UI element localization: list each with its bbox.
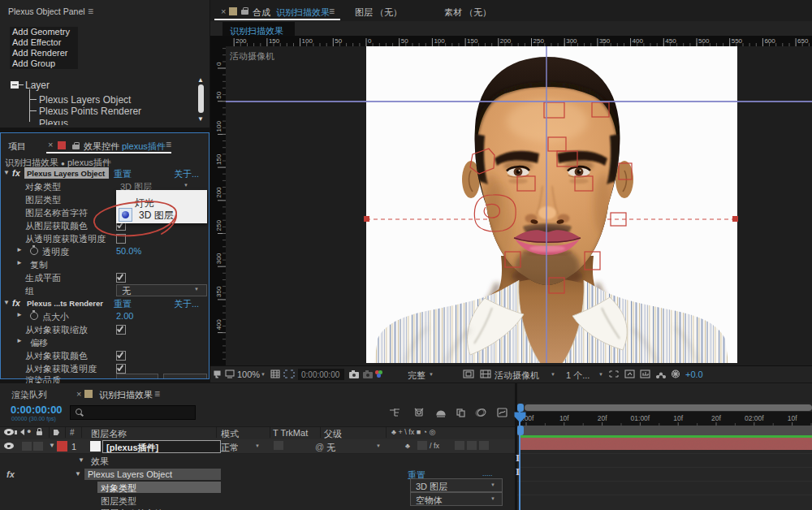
svg-text:100: 100	[215, 121, 222, 132]
svg-text:400: 400	[633, 37, 644, 45]
svg-text:300: 300	[215, 253, 222, 264]
svg-text:450: 450	[665, 37, 676, 45]
svg-text:0: 0	[368, 37, 372, 45]
svg-text:02:00f: 02:00f	[745, 414, 764, 422]
svg-text:20f: 20f	[598, 414, 607, 422]
svg-text:20f: 20f	[711, 414, 721, 422]
svg-text:50: 50	[335, 37, 342, 45]
svg-text:200: 200	[215, 187, 222, 198]
svg-text:250: 250	[215, 220, 222, 231]
svg-text:550: 550	[732, 37, 743, 45]
svg-text:350: 350	[215, 286, 222, 297]
svg-text:250: 250	[533, 37, 545, 45]
svg-text:150: 150	[467, 37, 478, 45]
svg-text:100: 100	[434, 37, 445, 45]
svg-text:01:00f: 01:00f	[631, 414, 650, 422]
svg-text:300: 300	[566, 37, 577, 45]
svg-text:150: 150	[269, 37, 280, 45]
svg-text:100: 100	[302, 37, 313, 45]
svg-text:150: 150	[215, 153, 222, 165]
svg-text:350: 350	[599, 37, 611, 45]
svg-text:50: 50	[215, 91, 222, 98]
svg-text:500: 500	[698, 37, 710, 45]
svg-text:10f: 10f	[788, 414, 797, 422]
svg-text:50: 50	[401, 37, 408, 45]
svg-text:400: 400	[215, 319, 222, 331]
svg-text:200: 200	[500, 37, 512, 45]
svg-text:650: 650	[797, 37, 809, 45]
svg-text:10f: 10f	[559, 414, 569, 422]
svg-text:0: 0	[215, 62, 222, 66]
svg-text:600: 600	[764, 37, 775, 45]
svg-text:10f: 10f	[673, 414, 683, 422]
svg-text:200: 200	[235, 37, 247, 45]
